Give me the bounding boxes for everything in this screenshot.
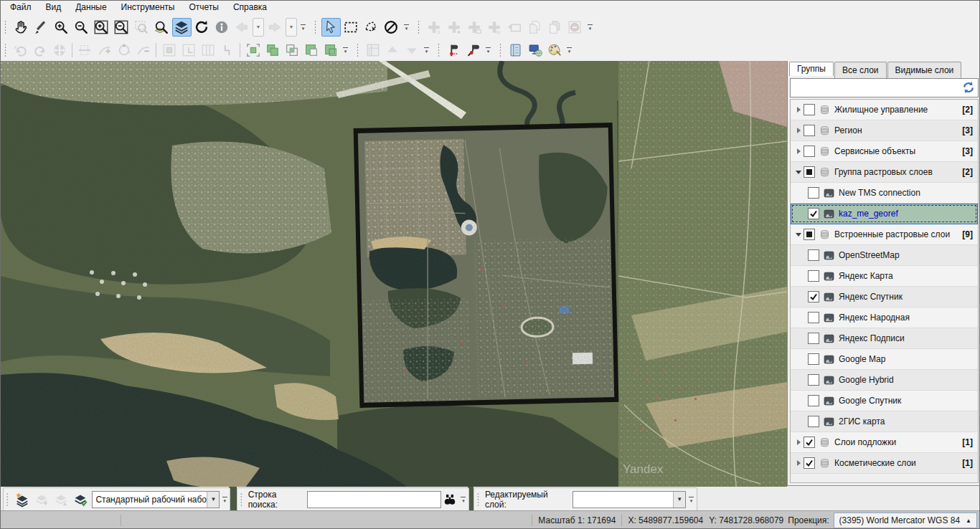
subtract-button[interactable]: [302, 42, 321, 59]
layer-checkbox[interactable]: [808, 187, 819, 199]
history-forward-button[interactable]: [265, 18, 285, 37]
symdiff-button[interactable]: [321, 42, 340, 59]
add-object-xy-button[interactable]: xy: [485, 18, 504, 37]
edit-layer-combobox[interactable]: ▼: [573, 491, 686, 508]
layer-row[interactable]: Яндекс Подписи: [791, 328, 978, 349]
workset-save-button[interactable]: [32, 490, 51, 509]
workset-apply-button[interactable]: [71, 490, 90, 509]
toolbar-overflow-button[interactable]: ▾: [341, 47, 349, 53]
layer-row[interactable]: 2ГИС карта: [791, 411, 978, 432]
layer-row[interactable]: Слои подложки[1]: [791, 432, 978, 453]
add-vertex-button[interactable]: [95, 42, 114, 59]
layer-row[interactable]: Группа растровых слоев[2]: [791, 162, 978, 183]
layer-checkbox[interactable]: [808, 270, 819, 282]
intersect-button[interactable]: [283, 42, 301, 59]
layer-checkbox[interactable]: [808, 353, 819, 365]
zoom-out-region-button[interactable]: [112, 18, 131, 37]
redo-button[interactable]: [31, 42, 50, 59]
layer-row[interactable]: Яндекс Спутник: [791, 287, 978, 308]
layer-row[interactable]: Сервисные объекты[3]: [791, 141, 978, 162]
toolbar-grip[interactable]: [314, 20, 317, 34]
zoom-previous-button[interactable]: [132, 18, 151, 37]
toolbar-grip[interactable]: [4, 20, 7, 34]
add-object-button[interactable]: a: [425, 18, 444, 37]
move-object-button[interactable]: [50, 42, 69, 59]
layer-row[interactable]: Яндекс Народная: [791, 308, 978, 328]
menu-item-справка[interactable]: Справка: [226, 1, 274, 14]
toolbar-overflow-button[interactable]: ▾: [221, 497, 228, 502]
layer-row[interactable]: Косметические слои[1]: [791, 453, 978, 474]
zoom-in-button[interactable]: [52, 18, 71, 37]
layer-checkbox[interactable]: [808, 416, 819, 427]
layer-row[interactable]: Google Спутник: [791, 391, 978, 411]
flag-end-button[interactable]: [464, 42, 483, 59]
chevron-right-icon[interactable]: [793, 128, 804, 133]
menu-item-вид[interactable]: Вид: [39, 1, 69, 14]
layer-checkbox[interactable]: [804, 229, 815, 240]
toolbar-overflow-button[interactable]: ▾: [402, 24, 410, 30]
layer-row[interactable]: Яндекс Карта: [791, 266, 978, 287]
toolbar-overflow-button[interactable]: ▾: [586, 24, 594, 30]
history-back-button[interactable]: [232, 18, 252, 37]
layers-search-input[interactable]: [793, 80, 958, 96]
chevron-down-icon[interactable]: ▼: [207, 492, 219, 507]
remove-vertex-button[interactable]: [134, 42, 153, 59]
layer-checkbox[interactable]: [808, 333, 819, 344]
frame-add-button[interactable]: [160, 42, 179, 59]
layer-checkbox[interactable]: [804, 125, 815, 136]
move-up-button[interactable]: [383, 42, 402, 59]
toolbar-grip[interactable]: [476, 492, 480, 507]
select-rectangle-button[interactable]: [341, 18, 361, 37]
toolbar-overflow-button[interactable]: ▾: [687, 497, 695, 502]
add-object-points-button[interactable]: [445, 18, 464, 37]
zoom-in-region-button[interactable]: [92, 18, 111, 37]
map-canvas[interactable]: Yandex: [0, 61, 787, 510]
chevron-down-icon[interactable]: [793, 171, 804, 174]
copy-object-button[interactable]: [525, 18, 545, 37]
workset-new-button[interactable]: [13, 490, 32, 509]
chevron-right-icon[interactable]: [793, 460, 804, 466]
move-down-button[interactable]: [402, 42, 421, 59]
layer-checkbox[interactable]: [804, 437, 815, 448]
chevron-down-icon[interactable]: ▼: [673, 492, 685, 507]
undo-x-button[interactable]: x: [11, 42, 30, 59]
rotate-vertex-button[interactable]: [115, 42, 133, 59]
add-rectangle-button[interactable]: [505, 18, 524, 37]
frame-corner-button[interactable]: [179, 42, 198, 59]
layer-checkbox[interactable]: [808, 395, 819, 406]
union-button[interactable]: [263, 42, 282, 59]
tab-все-слои[interactable]: Все слои: [834, 62, 887, 78]
layer-row[interactable]: Google Hybrid: [791, 370, 978, 391]
history-forward-dropdown[interactable]: ▼: [286, 18, 297, 37]
menu-item-данные[interactable]: Данные: [68, 1, 113, 14]
toolbar-grip[interactable]: [437, 43, 440, 57]
palette-button[interactable]: [545, 42, 564, 59]
layer-checkbox[interactable]: [804, 146, 815, 157]
layers-visibility-button[interactable]: [172, 18, 192, 37]
select-cursor-button[interactable]: [321, 18, 341, 37]
tab-видимые-слои[interactable]: Видимые слои: [887, 62, 962, 78]
zoom-to-selection-button[interactable]: [152, 18, 171, 37]
toolbar-grip[interactable]: [4, 43, 7, 57]
delete-object-button[interactable]: [565, 18, 585, 37]
measure-button[interactable]: [32, 18, 51, 37]
overlap-add-button[interactable]: [244, 42, 263, 59]
toolbar-overflow-button[interactable]: ▾: [484, 47, 492, 53]
red-path-button[interactable]: [218, 42, 237, 59]
layers-refresh-button[interactable]: [961, 80, 976, 95]
trim-button[interactable]: [76, 42, 95, 59]
history-back-dropdown[interactable]: ▼: [253, 18, 264, 37]
layer-checkbox[interactable]: [808, 249, 819, 261]
add-object-rect-button[interactable]: [465, 18, 484, 37]
toolbar-grip[interactable]: [356, 43, 359, 57]
workset-load-button[interactable]: [52, 490, 70, 509]
workset-combobox[interactable]: Стандартный рабочий набор ▼: [92, 491, 220, 508]
layer-checkbox[interactable]: [808, 312, 819, 323]
layer-row[interactable]: OpenStreetMap: [791, 245, 978, 266]
layer-checkbox[interactable]: [808, 374, 819, 386]
layer-row[interactable]: Регион[3]: [791, 120, 978, 141]
layer-row[interactable]: kaz_me_georef: [791, 204, 978, 224]
refresh-button[interactable]: [192, 18, 212, 37]
menu-item-отчеты[interactable]: Отчеты: [182, 1, 225, 14]
toolbar-grip[interactable]: [499, 43, 502, 57]
